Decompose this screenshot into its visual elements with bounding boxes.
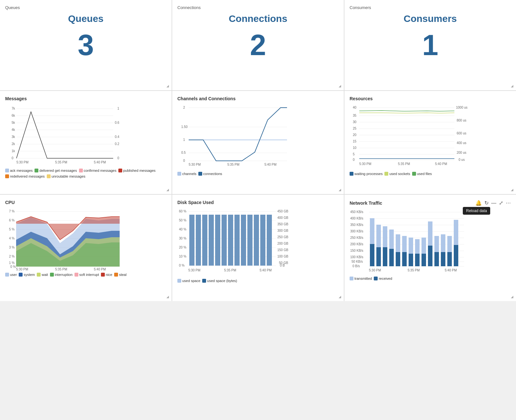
svg-text:5:30 PM: 5:30 PM [369, 269, 381, 272]
svg-text:5: 5 [353, 152, 355, 156]
svg-text:60 %: 60 % [179, 210, 186, 213]
svg-text:5:35 PM: 5:35 PM [408, 269, 420, 272]
network-chart: 450 KB/s 400 KB/s 350 KB/s 300 KB/s 250 … [350, 209, 469, 273]
connections-number: 2 [177, 31, 339, 60]
svg-text:5:40 PM: 5:40 PM [435, 162, 447, 166]
svg-text:450 KB/s: 450 KB/s [350, 210, 363, 214]
queues-small-title: Queues [5, 5, 166, 10]
svg-text:3 %: 3 % [9, 246, 15, 249]
svg-text:0 %: 0 % [179, 264, 184, 267]
svg-text:400 KB/s: 400 KB/s [350, 217, 363, 220]
svg-text:5:30 PM: 5:30 PM [16, 268, 28, 270]
svg-text:0: 0 [117, 156, 119, 160]
svg-rect-174 [409, 238, 413, 254]
legend-user: user [5, 273, 17, 277]
svg-rect-162 [370, 218, 374, 244]
svg-text:5:30 PM: 5:30 PM [189, 163, 201, 166]
legend-nice: nice [101, 273, 112, 277]
legend-delivered: delivered get messages [35, 169, 77, 172]
svg-text:0 %: 0 % [10, 265, 16, 269]
legend-wait: wait [37, 273, 48, 277]
channels-chart: 2 1.50 1 0.5 0 5:30 PM 5:35 PM 5:40 PM [177, 104, 297, 168]
svg-text:4 %: 4 % [9, 237, 15, 240]
svg-text:0.2: 0.2 [115, 142, 119, 146]
svg-text:300 KB/s: 300 KB/s [350, 230, 363, 233]
svg-rect-178 [422, 238, 426, 254]
svg-text:20 %: 20 % [179, 246, 186, 249]
svg-text:100 GB: 100 GB [277, 255, 288, 258]
svg-rect-180 [428, 221, 432, 246]
corner-icon5: ◢ [339, 188, 341, 191]
svg-text:3k: 3k [12, 135, 15, 139]
bell-icon[interactable]: 🔔 [475, 200, 482, 206]
svg-rect-135 [254, 215, 259, 266]
corner-icon8: ◢ [339, 295, 341, 298]
legend-connections: connections [198, 172, 222, 176]
expand-icon[interactable]: ⤢ [499, 200, 503, 206]
svg-text:0.4: 0.4 [115, 135, 119, 139]
svg-text:150 KB/s: 150 KB/s [350, 249, 363, 252]
svg-text:5:30 PM: 5:30 PM [188, 269, 200, 272]
svg-text:35: 35 [353, 114, 357, 117]
svg-text:5:35 PM: 5:35 PM [227, 163, 239, 166]
legend-used-files: used files [412, 172, 432, 176]
svg-text:150 GB: 150 GB [277, 248, 288, 252]
svg-text:4k: 4k [12, 128, 15, 132]
cpu-chart: 7 % 6 % 5 % 4 % 3 % 2 % 1 % 0 % [5, 208, 124, 270]
legend-received: received [374, 277, 392, 280]
corner-icon6: ◢ [511, 188, 513, 191]
svg-text:600 us: 600 us [457, 132, 466, 135]
disk-title: Disk Space Used [177, 200, 339, 205]
svg-text:50 KB/s: 50 KB/s [352, 260, 363, 263]
svg-text:5:40 PM: 5:40 PM [94, 268, 106, 270]
svg-rect-133 [241, 215, 246, 266]
svg-text:6 %: 6 % [9, 219, 15, 222]
svg-text:0: 0 [183, 159, 185, 162]
svg-text:5k: 5k [12, 121, 15, 124]
cpu-legend: user system wait interruption soft inter… [5, 273, 166, 277]
legend-transmitted: transmitted [350, 277, 372, 280]
svg-text:2k: 2k [12, 142, 15, 146]
svg-text:400 us: 400 us [457, 141, 466, 145]
svg-text:2: 2 [183, 106, 185, 109]
legend-redelivered: redelivered messages [5, 174, 45, 178]
svg-rect-172 [402, 236, 407, 252]
messages-card: Messages 7k 6k 5k 4k 3k 2k 1k 0 1 0.6 0.… [0, 91, 172, 194]
svg-text:1k: 1k [12, 149, 15, 153]
svg-rect-136 [260, 215, 265, 266]
resources-chart: 40 35 30 25 20 15 10 5 0 1000 us 800 us … [350, 104, 469, 168]
legend-soft-interrupt: soft interrupt [74, 273, 99, 277]
svg-text:450 GB: 450 GB [277, 210, 288, 213]
svg-text:40 %: 40 % [179, 228, 186, 231]
svg-text:0.5: 0.5 [181, 151, 186, 154]
connections-small-title: Connections [177, 5, 339, 10]
legend-steal: steal [114, 273, 126, 277]
svg-text:1 %: 1 % [9, 261, 15, 265]
connections-card: Connections Connections 2 ◢ [172, 0, 344, 90]
svg-rect-130 [222, 215, 227, 266]
svg-text:15: 15 [353, 140, 357, 143]
legend-unroutable: unroutable messages [47, 174, 85, 178]
svg-text:40: 40 [353, 106, 357, 109]
legend-confirmed: confirmed messages [79, 169, 117, 172]
svg-rect-168 [389, 230, 394, 249]
consumers-card: Consumers Consumers 1 ◢ [344, 0, 516, 90]
svg-text:1: 1 [183, 138, 185, 142]
svg-text:250 GB: 250 GB [277, 235, 288, 239]
reload-icon[interactable]: ↻ [484, 200, 489, 206]
svg-text:0: 0 [12, 156, 14, 160]
svg-text:20: 20 [353, 133, 357, 137]
minimize-icon[interactable]: — [491, 200, 496, 206]
messages-legend: ack messages delivered get messages conf… [5, 169, 166, 178]
svg-text:0: 0 [353, 158, 355, 161]
cpu-title: CPU [5, 200, 166, 205]
more-icon[interactable]: ⋯ [506, 200, 511, 206]
svg-rect-166 [383, 226, 387, 247]
cpu-card: CPU 7 % 6 % 5 % 4 % 3 % 2 % 1 % 0 % [0, 195, 172, 301]
svg-rect-170 [396, 234, 400, 252]
svg-text:30: 30 [353, 120, 357, 124]
svg-text:350 KB/s: 350 KB/s [350, 223, 363, 227]
svg-rect-132 [234, 215, 240, 266]
svg-text:6k: 6k [12, 114, 15, 117]
svg-text:5:35 PM: 5:35 PM [224, 269, 236, 272]
